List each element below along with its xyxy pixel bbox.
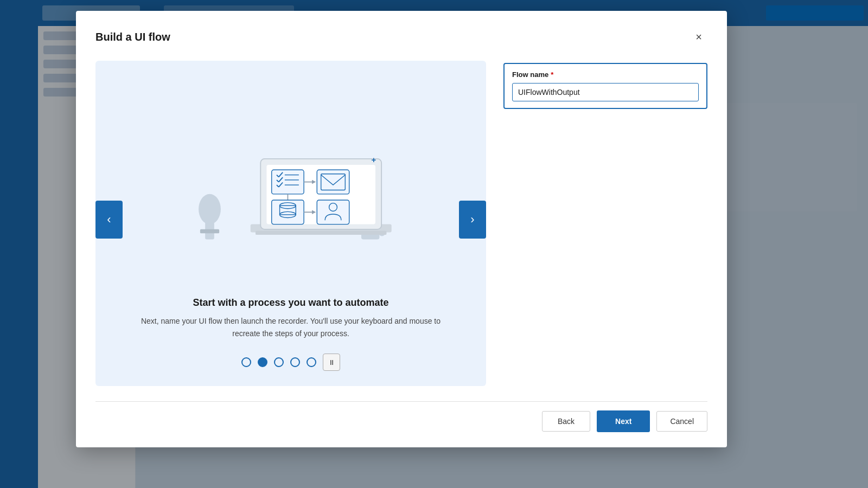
modal-header: Build a UI flow × [95, 28, 707, 46]
pause-button[interactable]: ⏸ [323, 354, 340, 371]
required-indicator: * [551, 70, 553, 79]
svg-point-1 [199, 194, 221, 224]
svg-rect-24 [272, 200, 304, 224]
next-button[interactable]: Next [597, 410, 650, 432]
flow-name-input[interactable] [512, 83, 699, 101]
svg-rect-30 [317, 200, 349, 224]
modal-title: Build a UI flow [95, 31, 170, 43]
svg-rect-8 [272, 170, 304, 194]
carousel-prev-button[interactable]: ‹ [95, 201, 123, 239]
close-button[interactable]: × [690, 28, 707, 46]
dots-row: ⏸ [241, 345, 340, 375]
right-panel: Flow name * [503, 61, 707, 109]
flow-name-field-group: Flow name * [503, 63, 707, 109]
cancel-button[interactable]: Cancel [656, 411, 707, 432]
svg-rect-20 [317, 170, 349, 194]
build-ui-flow-modal: Build a UI flow × ‹ [76, 11, 727, 447]
svg-rect-2 [200, 229, 219, 233]
dot-3[interactable] [274, 357, 284, 367]
pause-icon: ⏸ [328, 358, 335, 367]
chevron-left-icon: ‹ [107, 213, 111, 227]
svg-rect-33 [256, 231, 386, 235]
dot-2[interactable] [258, 357, 267, 367]
illustration-text: Start with a process you want to automat… [106, 286, 475, 345]
dot-1[interactable] [241, 357, 251, 367]
illustration-description: Next, name your UI flow then launch the … [139, 315, 443, 339]
modal-body: ‹ [95, 61, 707, 386]
chevron-right-icon: › [470, 213, 474, 227]
back-button[interactable]: Back [542, 411, 590, 432]
illustration-area: + [106, 72, 475, 286]
flow-name-label: Flow name * [512, 70, 699, 79]
illustration-heading: Start with a process you want to automat… [139, 297, 443, 309]
illustration-panel: ‹ [95, 61, 486, 386]
dot-4[interactable] [290, 357, 300, 367]
dot-5[interactable] [307, 357, 316, 367]
svg-text:+: + [372, 156, 376, 164]
modal-footer: Back Next Cancel [95, 401, 707, 432]
carousel-next-button[interactable]: › [459, 201, 486, 239]
laptop-illustration: + [188, 108, 394, 249]
